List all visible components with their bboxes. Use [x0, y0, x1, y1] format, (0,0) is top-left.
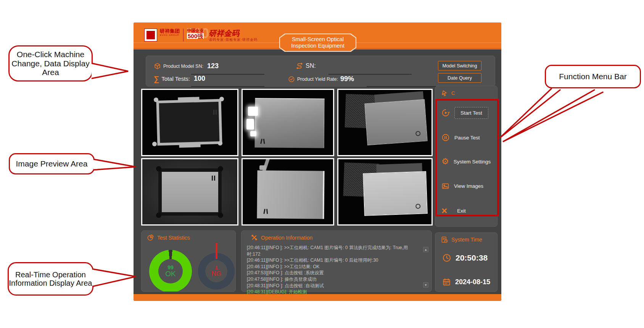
- yield-check-icon: [288, 76, 295, 83]
- operation-log[interactable]: [20:46:11][INFO ]: >>工位相机: CAM1 图片编号: 0 …: [247, 245, 421, 301]
- current-time-value: 20:50:38: [456, 253, 488, 262]
- current-time-row: 20:50:38: [442, 253, 488, 262]
- ok-count: 99: [167, 265, 174, 270]
- cube-icon: [154, 62, 161, 70]
- log-line: [20:46:11][INFO ]: >>工位1结果: OK: [247, 264, 421, 270]
- click-hand-icon: [441, 89, 448, 97]
- ok-label: OK: [165, 270, 175, 278]
- sn-label: SN:: [306, 62, 316, 69]
- logo-brand-script: 研祥金码: [209, 29, 258, 37]
- test-statistics-header: Test Statistics: [147, 234, 190, 241]
- yield-value: 99%: [340, 75, 354, 83]
- sn-flow-icon: [296, 62, 303, 70]
- log-line: [20:46:11][INFO ]: >>工位相机: CAM1 图片编号: 0 …: [247, 257, 421, 264]
- logo-group-en: EVOC GROUP: [160, 34, 180, 36]
- title-badge: Small-Screen Optical Inspection Equipmen…: [279, 34, 356, 52]
- logo-slogan: 读码专家·筛检专家·研祥金码: [209, 38, 258, 42]
- tail-data-display: [92, 63, 128, 78]
- function-menu-header: C: [441, 89, 455, 97]
- system-time-title: System Time: [451, 237, 482, 243]
- date-query-button[interactable]: Date Query: [438, 73, 481, 83]
- yield-underline: [367, 86, 443, 87]
- ng-donut-chart: 1 NG: [198, 253, 235, 290]
- app-header: 500 研祥集团 EVOC GROUP 中国企业 500强 研祥金码 读码专家·…: [134, 22, 501, 50]
- operation-information-title: Operation Information: [261, 235, 312, 241]
- ng-label: NG: [211, 270, 221, 277]
- log-line: [20:47:53][INFO ]: 点击按钮 :系统设置: [247, 270, 421, 276]
- system-time-header: System Time: [441, 236, 482, 243]
- current-date-value: 2024-08-15: [455, 278, 490, 286]
- total-tests-value: 100: [194, 75, 205, 83]
- sigma-icon: ∑: [154, 75, 159, 83]
- product-model-group: Product Model SN: 123: [154, 62, 219, 70]
- doc-clock-icon: [441, 236, 448, 243]
- arrow-function-menu-1: [500, 89, 560, 138]
- operation-information-panel: Operation Information [20:46:11][INFO ]:…: [241, 230, 432, 292]
- app-title-line1: Small-Screen Optical: [292, 36, 344, 43]
- ng-count: 1: [215, 265, 217, 270]
- tail-image-preview: [93, 159, 136, 170]
- tools-icon: [251, 234, 258, 241]
- logo-divider: [183, 29, 184, 42]
- annotation-bubble-realtime-info: Real-Time Operation Information Display …: [8, 262, 93, 296]
- ng-slice-tick: [216, 243, 217, 259]
- clock-icon: [442, 253, 451, 262]
- preview-image-cam1-bottom: [141, 158, 238, 226]
- log-line: [20:46:11][INFO ]: >>工位相机: CAM1 图片编号: 0 …: [247, 245, 421, 257]
- calendar-icon: [442, 278, 451, 286]
- pie-chart-icon: [147, 234, 154, 241]
- sn-group: SN:: [296, 62, 320, 70]
- total-tests-underline: [191, 86, 264, 87]
- preview-image-cam1-top: [141, 89, 238, 156]
- operation-information-header: Operation Information: [251, 234, 312, 241]
- yield-label: Product Yield Rate:: [297, 77, 338, 82]
- model-switching-button[interactable]: Model Switching: [438, 61, 481, 70]
- annotation-bubble-function-menu: Function Menu Bar: [545, 65, 641, 88]
- preview-image-cam2-bottom: [242, 158, 334, 226]
- product-model-label: Product Model SN:: [163, 64, 203, 69]
- preview-image-cam2-top: [242, 89, 334, 156]
- sn-underline: [328, 74, 412, 75]
- total-tests-group: ∑ Total Tests: 100: [154, 75, 205, 83]
- log-line: [20:48:31][INFO ]: 点击按钮 :自动测试: [247, 283, 421, 289]
- annotation-bubble-image-preview: Image Preview Area: [9, 153, 95, 174]
- annotation-red-rectangle: [435, 99, 499, 216]
- preview-image-cam3-top: [337, 89, 433, 156]
- preview-image-cam3-bottom: [337, 158, 433, 226]
- product-model-value: 123: [207, 62, 219, 70]
- logo-rank-bottom: 500强: [187, 33, 204, 39]
- yield-group: Product Yield Rate: 99%: [288, 75, 354, 83]
- test-statistics-panel: Test Statistics 99 OK 1 NG: [141, 230, 236, 292]
- scroll-down-button[interactable]: ▼: [423, 282, 428, 288]
- function-menu-header-label: C: [451, 90, 455, 96]
- logo-rank-top: 中国企业: [187, 29, 204, 33]
- brand-logo: 研祥集团 EVOC GROUP 中国企业 500强 研祥金码 读码专家·筛检专家…: [144, 27, 258, 42]
- tail-realtime-info: [92, 269, 136, 286]
- total-tests-label: Total Tests:: [161, 75, 190, 82]
- data-display-panel: Product Model SN: 123 ∑ Total Tests: 100…: [146, 56, 495, 86]
- logo-group-cn: 研祥集团: [160, 29, 180, 34]
- screenshot-canvas: 500 研祥集团 EVOC GROUP 中国企业 500强 研祥金码 读码专家·…: [0, 0, 644, 328]
- app-title-line2: Inspection Equipment: [291, 43, 344, 49]
- app-footer-bar: [134, 294, 501, 301]
- current-date-row: 2024-08-15: [442, 278, 490, 286]
- scroll-up-button[interactable]: ▲: [423, 247, 428, 252]
- system-time-panel: System Time 20:50:38 2024-08-15: [435, 232, 497, 292]
- test-statistics-title: Test Statistics: [157, 235, 190, 241]
- evoc-logo-icon: [144, 29, 157, 42]
- annotation-bubble-data-display: One-Click Machine Change, Data Display A…: [8, 45, 93, 82]
- arrow-function-menu-2: [503, 90, 603, 142]
- log-line: [20:47:58][INFO ]: 操作员登录成功: [247, 276, 421, 283]
- ok-donut-chart: 99 OK: [149, 250, 192, 292]
